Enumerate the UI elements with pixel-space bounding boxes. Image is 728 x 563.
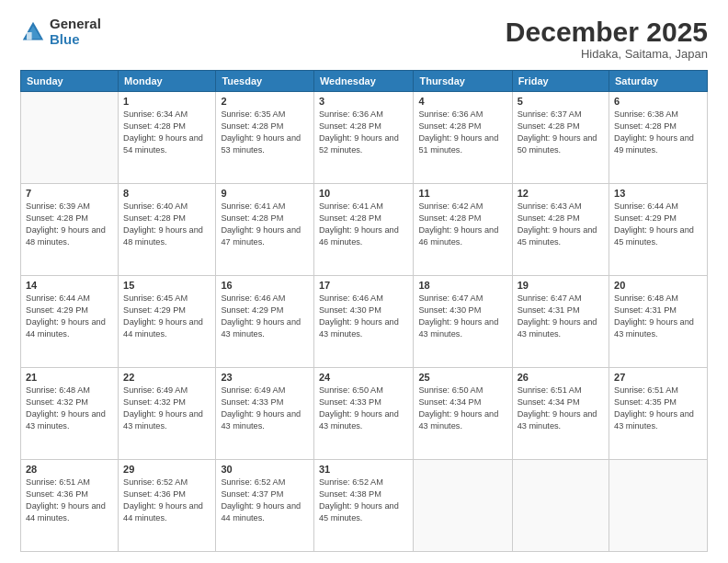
day-number: 2 [221, 96, 309, 107]
calendar-cell: 1Sunrise: 6:34 AMSunset: 4:28 PMDaylight… [119, 92, 216, 184]
calendar-cell: 20Sunrise: 6:48 AMSunset: 4:31 PMDayligh… [609, 276, 708, 368]
day-number: 20 [614, 280, 702, 291]
calendar-week-row: 1Sunrise: 6:34 AMSunset: 4:28 PMDaylight… [21, 92, 708, 184]
calendar-week-row: 21Sunrise: 6:48 AMSunset: 4:32 PMDayligh… [21, 368, 708, 460]
day-info: Sunrise: 6:39 AMSunset: 4:28 PMDaylight:… [26, 201, 113, 248]
day-info: Sunrise: 6:36 AMSunset: 4:28 PMDaylight:… [319, 109, 409, 156]
day-number: 8 [123, 188, 210, 199]
day-info: Sunrise: 6:45 AMSunset: 4:29 PMDaylight:… [123, 293, 210, 340]
day-info: Sunrise: 6:52 AMSunset: 4:37 PMDaylight:… [221, 477, 309, 524]
calendar-cell: 31Sunrise: 6:52 AMSunset: 4:38 PMDayligh… [313, 460, 414, 552]
calendar-header-friday: Friday [512, 71, 609, 92]
day-number: 9 [221, 188, 309, 199]
calendar-week-row: 28Sunrise: 6:51 AMSunset: 4:36 PMDayligh… [21, 460, 708, 552]
day-info: Sunrise: 6:47 AMSunset: 4:30 PMDaylight:… [418, 293, 506, 340]
calendar-cell: 2Sunrise: 6:35 AMSunset: 4:28 PMDaylight… [216, 92, 314, 184]
day-number: 26 [518, 372, 604, 383]
day-info: Sunrise: 6:42 AMSunset: 4:28 PMDaylight:… [418, 201, 506, 248]
day-info: Sunrise: 6:48 AMSunset: 4:32 PMDaylight:… [26, 385, 113, 432]
calendar-cell: 24Sunrise: 6:50 AMSunset: 4:33 PMDayligh… [313, 368, 414, 460]
day-number: 23 [221, 372, 309, 383]
calendar-cell: 9Sunrise: 6:41 AMSunset: 4:28 PMDaylight… [216, 184, 314, 276]
calendar-header-thursday: Thursday [414, 71, 512, 92]
day-info: Sunrise: 6:52 AMSunset: 4:36 PMDaylight:… [123, 477, 210, 524]
calendar-cell: 15Sunrise: 6:45 AMSunset: 4:29 PMDayligh… [119, 276, 216, 368]
day-info: Sunrise: 6:51 AMSunset: 4:35 PMDaylight:… [614, 385, 702, 432]
day-number: 6 [614, 96, 702, 107]
calendar-cell: 14Sunrise: 6:44 AMSunset: 4:29 PMDayligh… [21, 276, 119, 368]
day-info: Sunrise: 6:44 AMSunset: 4:29 PMDaylight:… [614, 201, 702, 248]
calendar-cell: 25Sunrise: 6:50 AMSunset: 4:34 PMDayligh… [414, 368, 512, 460]
day-number: 21 [26, 372, 113, 383]
day-number: 19 [518, 280, 604, 291]
day-info: Sunrise: 6:51 AMSunset: 4:36 PMDaylight:… [26, 477, 113, 524]
day-info: Sunrise: 6:46 AMSunset: 4:29 PMDaylight:… [221, 293, 309, 340]
day-info: Sunrise: 6:36 AMSunset: 4:28 PMDaylight:… [418, 109, 506, 156]
title-block: December 2025 Hidaka, Saitama, Japan [506, 17, 708, 61]
day-info: Sunrise: 6:50 AMSunset: 4:34 PMDaylight:… [418, 385, 506, 432]
calendar-cell: 29Sunrise: 6:52 AMSunset: 4:36 PMDayligh… [119, 460, 216, 552]
logo-general: General [50, 17, 101, 32]
day-number: 25 [418, 372, 506, 383]
day-info: Sunrise: 6:43 AMSunset: 4:28 PMDaylight:… [518, 201, 604, 248]
calendar-cell [512, 460, 609, 552]
calendar-cell: 26Sunrise: 6:51 AMSunset: 4:34 PMDayligh… [512, 368, 609, 460]
day-info: Sunrise: 6:49 AMSunset: 4:32 PMDaylight:… [123, 385, 210, 432]
day-info: Sunrise: 6:51 AMSunset: 4:34 PMDaylight:… [518, 385, 604, 432]
calendar-cell: 22Sunrise: 6:49 AMSunset: 4:32 PMDayligh… [119, 368, 216, 460]
day-info: Sunrise: 6:46 AMSunset: 4:30 PMDaylight:… [319, 293, 409, 340]
day-number: 3 [319, 96, 409, 107]
day-number: 1 [123, 96, 210, 107]
day-info: Sunrise: 6:50 AMSunset: 4:33 PMDaylight:… [319, 385, 409, 432]
day-info: Sunrise: 6:37 AMSunset: 4:28 PMDaylight:… [518, 109, 604, 156]
calendar-cell: 7Sunrise: 6:39 AMSunset: 4:28 PMDaylight… [21, 184, 119, 276]
day-number: 18 [418, 280, 506, 291]
day-number: 28 [26, 464, 113, 475]
day-info: Sunrise: 6:44 AMSunset: 4:29 PMDaylight:… [26, 293, 113, 340]
day-number: 30 [221, 464, 309, 475]
logo-icon [20, 19, 46, 45]
calendar-header-wednesday: Wednesday [313, 71, 414, 92]
day-info: Sunrise: 6:34 AMSunset: 4:28 PMDaylight:… [123, 109, 210, 156]
calendar-header-tuesday: Tuesday [216, 71, 314, 92]
day-number: 27 [614, 372, 702, 383]
calendar-cell: 13Sunrise: 6:44 AMSunset: 4:29 PMDayligh… [609, 184, 708, 276]
calendar-cell: 5Sunrise: 6:37 AMSunset: 4:28 PMDaylight… [512, 92, 609, 184]
calendar-cell: 11Sunrise: 6:42 AMSunset: 4:28 PMDayligh… [414, 184, 512, 276]
calendar-week-row: 14Sunrise: 6:44 AMSunset: 4:29 PMDayligh… [21, 276, 708, 368]
svg-rect-2 [27, 32, 32, 40]
header: General Blue December 2025 Hidaka, Saita… [20, 17, 708, 61]
day-info: Sunrise: 6:41 AMSunset: 4:28 PMDaylight:… [221, 201, 309, 248]
day-number: 14 [26, 280, 113, 291]
day-number: 11 [418, 188, 506, 199]
day-number: 4 [418, 96, 506, 107]
calendar-cell: 19Sunrise: 6:47 AMSunset: 4:31 PMDayligh… [512, 276, 609, 368]
calendar-cell: 12Sunrise: 6:43 AMSunset: 4:28 PMDayligh… [512, 184, 609, 276]
calendar-cell: 21Sunrise: 6:48 AMSunset: 4:32 PMDayligh… [21, 368, 119, 460]
day-info: Sunrise: 6:41 AMSunset: 4:28 PMDaylight:… [319, 201, 409, 248]
day-number: 29 [123, 464, 210, 475]
day-number: 16 [221, 280, 309, 291]
calendar-cell: 23Sunrise: 6:49 AMSunset: 4:33 PMDayligh… [216, 368, 314, 460]
calendar-cell [609, 460, 708, 552]
calendar-cell: 8Sunrise: 6:40 AMSunset: 4:28 PMDaylight… [119, 184, 216, 276]
day-number: 12 [518, 188, 604, 199]
day-info: Sunrise: 6:35 AMSunset: 4:28 PMDaylight:… [221, 109, 309, 156]
calendar-cell: 6Sunrise: 6:38 AMSunset: 4:28 PMDaylight… [609, 92, 708, 184]
calendar-cell: 17Sunrise: 6:46 AMSunset: 4:30 PMDayligh… [313, 276, 414, 368]
day-info: Sunrise: 6:49 AMSunset: 4:33 PMDaylight:… [221, 385, 309, 432]
day-number: 17 [319, 280, 409, 291]
calendar-header-sunday: Sunday [21, 71, 119, 92]
day-number: 15 [123, 280, 210, 291]
day-info: Sunrise: 6:40 AMSunset: 4:28 PMDaylight:… [123, 201, 210, 248]
calendar-cell: 16Sunrise: 6:46 AMSunset: 4:29 PMDayligh… [216, 276, 314, 368]
day-info: Sunrise: 6:47 AMSunset: 4:31 PMDaylight:… [518, 293, 604, 340]
calendar-cell [21, 92, 119, 184]
day-number: 31 [319, 464, 409, 475]
calendar-cell: 30Sunrise: 6:52 AMSunset: 4:37 PMDayligh… [216, 460, 314, 552]
location: Hidaka, Saitama, Japan [506, 47, 708, 61]
calendar-cell [414, 460, 512, 552]
day-info: Sunrise: 6:52 AMSunset: 4:38 PMDaylight:… [319, 477, 409, 524]
calendar-cell: 28Sunrise: 6:51 AMSunset: 4:36 PMDayligh… [21, 460, 119, 552]
calendar-header-row: SundayMondayTuesdayWednesdayThursdayFrid… [21, 71, 708, 92]
